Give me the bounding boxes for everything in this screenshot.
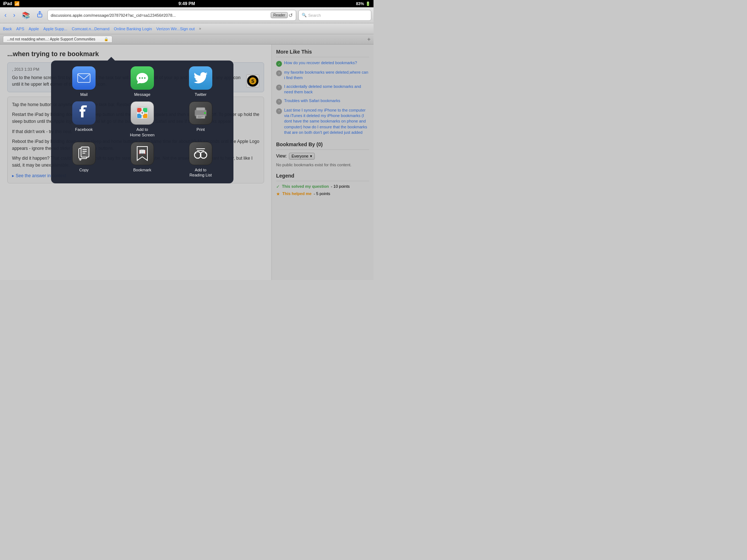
bookmark-label: Bookmark [133, 167, 151, 172]
share-sheet: Mail Message [51, 61, 233, 183]
svg-rect-31 [197, 150, 204, 151]
tab-title: ...nd not readding when...: Apple Suppor… [7, 37, 102, 41]
svg-rect-25 [82, 153, 85, 153]
mail-icon [72, 66, 96, 90]
twitter-label: Twitter [195, 92, 206, 97]
bookmarks-bar: Back APS Apple Apple Supp... Comcast.n..… [0, 23, 374, 34]
twitter-icon [189, 66, 212, 90]
reload-button[interactable]: ↺ [289, 12, 293, 18]
tab-lock-icon: 🔒 [104, 37, 108, 41]
svg-text:+: + [141, 110, 143, 116]
svg-rect-4 [78, 74, 90, 82]
bm-apple-supp[interactable]: Apple Supp... [43, 27, 67, 31]
svg-rect-30 [196, 148, 205, 149]
svg-point-7 [144, 77, 146, 79]
homescreen-icon: + [131, 101, 154, 125]
svg-rect-20 [198, 117, 201, 118]
share-readinglist[interactable]: Add to Reading List [174, 142, 228, 178]
svg-rect-24 [82, 151, 87, 152]
facebook-icon [72, 101, 96, 125]
svg-rect-16 [196, 108, 205, 110]
back-button[interactable]: ‹ [2, 10, 9, 20]
svg-point-5 [139, 77, 140, 79]
readinglist-label: Add to Reading List [189, 167, 212, 178]
bookmark-icon: 📖 [131, 142, 154, 165]
battery-label: 83% [356, 1, 364, 6]
share-twitter[interactable]: Twitter [174, 66, 228, 97]
search-bar[interactable]: 🔍 Search [298, 10, 371, 21]
time-display: 9:49 PM [178, 1, 195, 6]
svg-point-18 [204, 112, 206, 114]
message-icon [131, 66, 154, 90]
svg-point-6 [142, 77, 143, 79]
reader-button[interactable]: Reader [271, 12, 288, 18]
readinglist-icon [189, 142, 212, 165]
share-copy[interactable]: + Copy [57, 142, 111, 178]
share-homescreen[interactable]: + Add to Home Screen [115, 101, 169, 137]
svg-rect-19 [198, 116, 204, 117]
add-tab-button[interactable]: + [367, 36, 371, 43]
print-icon [189, 101, 212, 125]
homescreen-label: Add to Home Screen [130, 127, 154, 137]
share-button[interactable] [34, 9, 45, 21]
svg-text:📖: 📖 [139, 148, 146, 155]
share-mail[interactable]: Mail [57, 66, 111, 97]
share-print[interactable]: Print [174, 101, 228, 137]
bm-back[interactable]: Back [3, 27, 12, 31]
current-tab[interactable]: ...nd not readding when...: Apple Suppor… [3, 36, 112, 43]
search-placeholder: Search [308, 13, 321, 18]
nav-bar: ‹ › 📚 discussions.apple.com/message/2078… [0, 7, 374, 23]
search-icon: 🔍 [302, 13, 307, 18]
bm-verizon[interactable]: Verizon Wir...Sign out [156, 27, 195, 31]
address-text: discussions.apple.com/message/20787924?a… [51, 13, 269, 18]
bm-apple[interactable]: Apple [28, 27, 39, 31]
share-facebook[interactable]: Facebook [57, 101, 111, 137]
battery-icon: 🔋 [365, 1, 371, 6]
bm-comcast[interactable]: Comcast.n...Demand [72, 27, 109, 31]
mail-label: Mail [80, 92, 88, 97]
svg-text:+: + [79, 157, 82, 161]
bm-more[interactable]: » [199, 27, 201, 31]
bookmarks-button[interactable]: 📚 [20, 10, 32, 21]
share-message[interactable]: Message [115, 66, 169, 97]
share-grid: Mail Message [57, 66, 228, 178]
facebook-label: Facebook [75, 127, 93, 132]
address-bar[interactable]: discussions.apple.com/message/20787924?a… [47, 10, 296, 21]
status-bar: iPad 📶 9:49 PM 83% 🔋 [0, 0, 374, 7]
copy-icon: + [72, 142, 96, 165]
tab-bar: ...nd not readding when...: Apple Suppor… [0, 34, 374, 44]
share-bookmark[interactable]: 📖 Bookmark [115, 142, 169, 178]
copy-label: Copy [79, 167, 89, 172]
device-label: iPad [3, 1, 12, 6]
bm-aps[interactable]: APS [16, 27, 24, 31]
main-content: ...when trying to re bookmark , 2013 1:3… [0, 44, 374, 280]
svg-rect-22 [81, 147, 89, 157]
svg-rect-23 [82, 149, 87, 150]
bm-banking[interactable]: Online Banking Login [114, 27, 152, 31]
print-label: Print [197, 127, 205, 132]
message-label: Message [134, 92, 151, 97]
forward-button[interactable]: › [11, 10, 18, 20]
wifi-icon: 📶 [14, 1, 20, 6]
